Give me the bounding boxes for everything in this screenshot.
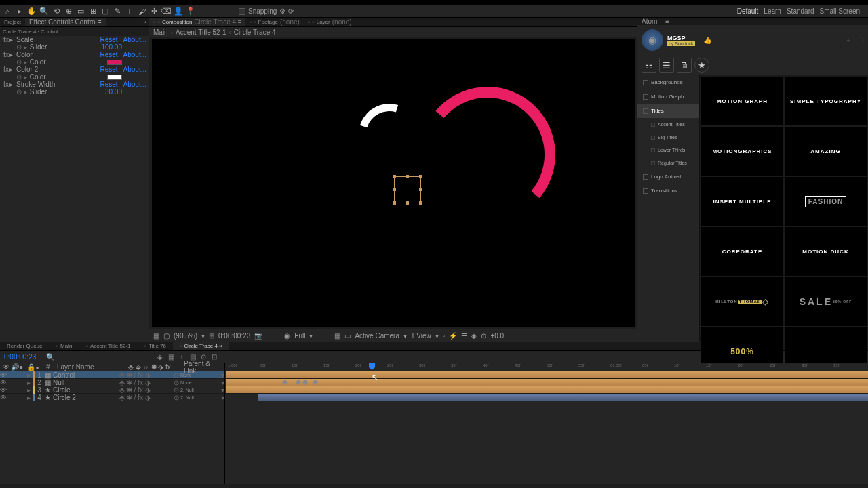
timeline-tracks[interactable]: 1:00f05f10f15f20f25f30f35f40f45f50f55f01… (225, 363, 868, 484)
snapping-options-icon[interactable]: ⚙ (279, 7, 285, 15)
effect-color[interactable]: fx▸ColorResetAbout... (0, 51, 149, 58)
camera-tool[interactable]: ▭ (76, 7, 85, 16)
about-link[interactable]: About... (123, 36, 146, 43)
snapshot-icon[interactable]: 📷 (254, 332, 262, 340)
layer-row[interactable]: 👁▸4★Circle 2⬘ ✱ / fx ⬗⊙2. Null▾ (0, 394, 224, 401)
composition-viewer[interactable] (152, 39, 635, 327)
eraser-tool[interactable]: ⌫ (161, 7, 171, 16)
transparency-icon[interactable]: ▦ (334, 332, 340, 340)
breadcrumb-item[interactable]: Circle Trace 4 (234, 28, 276, 36)
comp-tab-footage[interactable]: ▫ ▫ Footage (none) (245, 18, 304, 26)
timeline-icon[interactable]: ☰ (461, 332, 467, 340)
preset-item[interactable]: SALE50% OFF (785, 277, 867, 326)
pixel-aspect-icon[interactable]: ▫ (443, 332, 446, 340)
null-selection-box[interactable] (394, 176, 421, 203)
views-dropdown[interactable]: 1 View (411, 332, 431, 340)
preset-item[interactable]: HILLTONTHOMAS ◇ (701, 277, 783, 326)
reset-link[interactable]: Reset (100, 81, 123, 88)
comp-flow-icon[interactable]: ◈ (471, 332, 477, 340)
workspace-switcher[interactable]: DefaultLearnStandardSmall Screen (737, 7, 865, 15)
subcategory-lower-thirds[interactable]: Lower Thirds (637, 144, 699, 157)
comp-tab-composition[interactable]: ▫ ▫ Composition Circle Trace 4 ≡ (149, 18, 245, 26)
home-icon[interactable]: ⌂ (3, 7, 12, 16)
zoom-tool[interactable]: 🔍 (39, 7, 49, 16)
mask-toggle-icon[interactable]: ◉ (284, 332, 290, 340)
workspace-small screen[interactable]: Small Screen (820, 7, 860, 15)
dropdown-icon[interactable]: ▾ (201, 332, 205, 340)
like-icon[interactable]: 👍 (703, 37, 711, 44)
effect-prop-slider[interactable]: ⊙ ▸Slider100.00 (0, 43, 149, 51)
about-link[interactable]: About... (123, 66, 146, 73)
reset-link[interactable]: Reset (100, 66, 123, 73)
time-ruler[interactable]: 1:00f05f10f15f20f25f30f35f40f45f50f55f01… (225, 363, 868, 371)
favorite-icon[interactable]: ★ (694, 58, 709, 73)
workspace-learn[interactable]: Learn (764, 7, 781, 15)
effect-scale[interactable]: fx▸ScaleResetAbout... (0, 36, 149, 43)
about-link[interactable]: About... (123, 51, 146, 58)
project-tab[interactable]: Project (0, 18, 25, 26)
brush-tool[interactable]: 🖌 (137, 7, 146, 16)
effect-prop-slider[interactable]: ⊙ ▸Slider30.00 (0, 88, 149, 96)
rotate-tool[interactable]: ⊕ (64, 7, 73, 16)
atom-panel-title[interactable]: Atom ≡ (637, 18, 868, 25)
tl-tool-2[interactable]: ▦ (167, 353, 175, 361)
preset-item[interactable]: SIMPLE TYPOGRAPHY (785, 77, 867, 125)
breadcrumb-item[interactable]: Main (153, 28, 168, 36)
effect-controls-tab[interactable]: Effect Controls Control ≡ (25, 18, 106, 26)
preset-item[interactable]: INSERT MULTIPLE (701, 177, 783, 226)
effect-stroke-width[interactable]: fx▸Stroke WidthResetAbout... (0, 81, 149, 88)
puppet-tool[interactable]: 📍 (186, 7, 195, 16)
timeline-tab-main[interactable]: ▫ Main (49, 342, 79, 350)
preset-item[interactable]: AMAZING (785, 127, 867, 176)
roi-icon[interactable]: ▭ (344, 332, 351, 340)
effect-prop-color[interactable]: ⊙ ▸Color (0, 58, 149, 66)
resolution-dropdown[interactable]: Full (294, 332, 305, 340)
breadcrumb-item[interactable]: Accent Title 52-1 (176, 28, 226, 36)
timeline-tab-accent-title-52-1[interactable]: ▫ Accent Title 52-1 (79, 342, 137, 350)
orbit-tool[interactable]: ⟲ (52, 7, 61, 16)
layer-row[interactable]: 👁▸1▦Control⬘ ✱ / fx ⬗⊙None▾ (0, 371, 224, 379)
category-transitions[interactable]: Transitions (637, 184, 699, 198)
category-logoanimati[interactable]: Logo Animati... (637, 169, 699, 184)
current-timecode[interactable]: 0:00:00:23 (0, 353, 41, 361)
snapping-toggle[interactable]: Snapping ⚙ ⟳ (239, 7, 294, 15)
preset-item[interactable]: MOTIONGRAPHICS (701, 127, 783, 176)
pan-behind-tool[interactable]: ⊞ (88, 7, 98, 16)
roto-tool[interactable]: 👤 (174, 7, 183, 16)
settings-icon[interactable]: ⚏ (642, 58, 656, 73)
fast-preview-icon[interactable]: ⚡ (449, 332, 457, 340)
shape-tool[interactable]: ▢ (100, 7, 110, 16)
category-titles[interactable]: Titles (637, 104, 699, 118)
type-tool[interactable]: T (125, 7, 134, 16)
timeline-tab-title-76[interactable]: ▫ Title 76 (138, 342, 173, 350)
menu-bar[interactable] (0, 0, 868, 5)
category-motiongraph[interactable]: Motion Graph... (637, 89, 699, 104)
camera-dropdown[interactable]: Active Camera (355, 332, 399, 340)
reset-link[interactable]: Reset (100, 36, 123, 43)
selection-tool[interactable]: ▸ (15, 7, 24, 16)
preset-item[interactable]: MOTION GRAPH (701, 77, 783, 125)
clone-tool[interactable]: ✢ (149, 7, 159, 16)
mask-icon[interactable]: ▢ (163, 332, 170, 340)
workspace-standard[interactable]: Standard (787, 7, 814, 15)
exposure-value[interactable]: +0.0 (490, 332, 504, 340)
subcategory-big-titles[interactable]: Big Titles (637, 131, 699, 144)
comp-tab-layer[interactable]: ▫ ▫ Layer (none) (304, 18, 356, 26)
hand-tool[interactable]: ✋ (27, 7, 37, 16)
workspace-default[interactable]: Default (737, 7, 759, 15)
preset-item[interactable]: FASHION (785, 177, 867, 226)
tl-tool-1[interactable]: ◈ (156, 353, 164, 361)
category-backgrounds[interactable]: Backgrounds (637, 75, 699, 89)
search-icon[interactable]: 🔍 (46, 353, 54, 361)
preset-item[interactable]: CORPORATE (701, 227, 783, 276)
effect-prop-color[interactable]: ⊙ ▸Color (0, 73, 149, 81)
list-view-icon[interactable]: ☰ (659, 58, 674, 73)
about-link[interactable]: About... (123, 81, 146, 88)
effect-color-2[interactable]: fx▸Color 2ResetAbout... (0, 66, 149, 73)
zoom-level[interactable]: (90.5%) (174, 332, 197, 340)
pen-tool[interactable]: ✎ (113, 7, 122, 16)
reset-link[interactable]: Reset (100, 51, 123, 58)
timeline-tab-circle-trace-4[interactable]: ▫ Circle Trace 4 × (173, 342, 229, 350)
res-icon[interactable]: ⊞ (209, 332, 214, 340)
layer-row[interactable]: 👁▸2▦Null⬘ ✱ / fx ⬗⊙None▾ (0, 379, 224, 386)
